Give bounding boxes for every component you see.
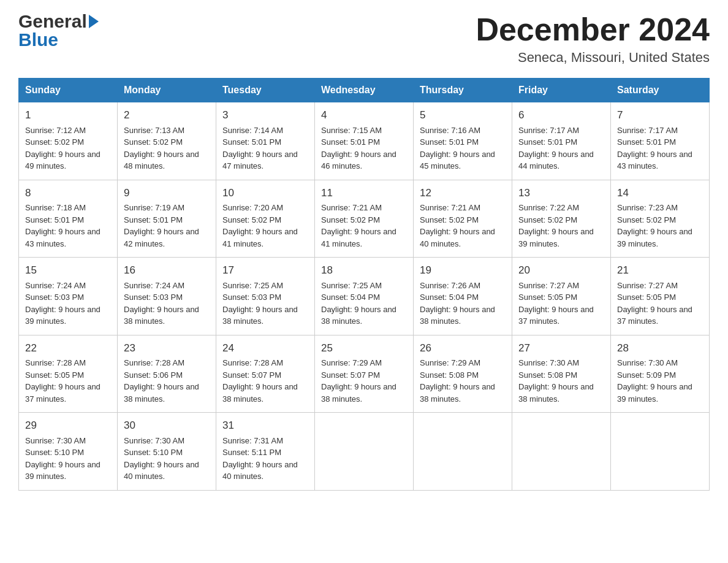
day-number: 1 xyxy=(25,107,111,123)
calendar-cell: 24Sunrise: 7:28 AMSunset: 5:07 PMDayligh… xyxy=(216,335,315,413)
daylight-label: Daylight: 9 hours and 40 minutes. xyxy=(420,227,495,248)
calendar-cell: 5Sunrise: 7:16 AMSunset: 5:01 PMDaylight… xyxy=(414,102,512,180)
sunrise-label: Sunrise: 7:24 AM xyxy=(124,281,184,290)
day-number: 28 xyxy=(617,340,703,356)
calendar-cell: 30Sunrise: 7:30 AMSunset: 5:10 PMDayligh… xyxy=(118,413,216,491)
calendar-cell: 21Sunrise: 7:27 AMSunset: 5:05 PMDayligh… xyxy=(611,258,710,335)
sunrise-label: Sunrise: 7:27 AM xyxy=(518,281,579,290)
sunrise-label: Sunrise: 7:19 AM xyxy=(124,203,184,212)
calendar-title: December 2024 xyxy=(476,12,710,47)
calendar-cell: 16Sunrise: 7:24 AMSunset: 5:03 PMDayligh… xyxy=(118,258,216,335)
calendar-cell: 9Sunrise: 7:19 AMSunset: 5:01 PMDaylight… xyxy=(118,180,216,258)
sunset-label: Sunset: 5:03 PM xyxy=(25,293,84,302)
sunrise-label: Sunrise: 7:15 AM xyxy=(321,126,382,135)
daylight-label: Daylight: 9 hours and 46 minutes. xyxy=(321,150,396,171)
daylight-label: Daylight: 9 hours and 49 minutes. xyxy=(25,150,100,171)
day-number: 21 xyxy=(617,262,703,278)
day-number: 7 xyxy=(617,107,703,123)
sunset-label: Sunset: 5:03 PM xyxy=(124,293,183,302)
calendar-cell: 15Sunrise: 7:24 AMSunset: 5:03 PMDayligh… xyxy=(19,258,118,335)
sunset-label: Sunset: 5:02 PM xyxy=(420,215,479,224)
sunrise-label: Sunrise: 7:17 AM xyxy=(518,126,579,135)
sunset-label: Sunset: 5:08 PM xyxy=(518,370,577,380)
title-block: December 2024 Seneca, Missouri, United S… xyxy=(476,12,710,66)
daylight-label: Daylight: 9 hours and 38 minutes. xyxy=(321,382,396,404)
sunrise-label: Sunrise: 7:24 AM xyxy=(25,281,86,290)
sunset-label: Sunset: 5:02 PM xyxy=(25,137,84,147)
day-number: 14 xyxy=(617,185,703,201)
sunset-label: Sunset: 5:01 PM xyxy=(617,137,676,147)
sunrise-label: Sunrise: 7:12 AM xyxy=(25,126,86,135)
sunrise-label: Sunrise: 7:30 AM xyxy=(518,358,579,367)
sunrise-label: Sunrise: 7:30 AM xyxy=(617,358,678,367)
day-number: 29 xyxy=(25,418,111,434)
calendar-cell: 28Sunrise: 7:30 AMSunset: 5:09 PMDayligh… xyxy=(611,335,710,413)
calendar-cell: 25Sunrise: 7:29 AMSunset: 5:07 PMDayligh… xyxy=(315,335,414,413)
calendar-row: 15Sunrise: 7:24 AMSunset: 5:03 PMDayligh… xyxy=(19,258,710,335)
daylight-label: Daylight: 9 hours and 39 minutes. xyxy=(25,460,100,481)
calendar-cell: 26Sunrise: 7:29 AMSunset: 5:08 PMDayligh… xyxy=(414,335,512,413)
day-number: 30 xyxy=(124,418,210,434)
day-number: 18 xyxy=(321,262,407,278)
day-number: 25 xyxy=(321,340,407,356)
day-number: 31 xyxy=(222,418,308,434)
calendar-cell: 4Sunrise: 7:15 AMSunset: 5:01 PMDaylight… xyxy=(315,102,414,180)
daylight-label: Daylight: 9 hours and 44 minutes. xyxy=(518,150,594,171)
calendar-table: Sunday Monday Tuesday Wednesday Thursday… xyxy=(18,78,710,491)
sunset-label: Sunset: 5:01 PM xyxy=(321,137,380,147)
daylight-label: Daylight: 9 hours and 38 minutes. xyxy=(124,382,199,404)
sunset-label: Sunset: 5:03 PM xyxy=(222,293,281,302)
daylight-label: Daylight: 9 hours and 39 minutes. xyxy=(617,382,692,404)
col-monday: Monday xyxy=(118,79,216,102)
day-number: 26 xyxy=(420,340,506,356)
logo-blue: Blue xyxy=(18,29,58,50)
day-number: 2 xyxy=(124,107,210,123)
day-number: 17 xyxy=(222,262,308,278)
calendar-cell: 20Sunrise: 7:27 AMSunset: 5:05 PMDayligh… xyxy=(512,258,611,335)
day-number: 15 xyxy=(25,262,111,278)
sunrise-label: Sunrise: 7:20 AM xyxy=(222,203,283,212)
sunset-label: Sunset: 5:04 PM xyxy=(420,293,479,302)
daylight-label: Daylight: 9 hours and 41 minutes. xyxy=(321,227,396,248)
calendar-cell: 2Sunrise: 7:13 AMSunset: 5:02 PMDaylight… xyxy=(118,102,216,180)
calendar-header-row: Sunday Monday Tuesday Wednesday Thursday… xyxy=(19,79,710,102)
calendar-row: 29Sunrise: 7:30 AMSunset: 5:10 PMDayligh… xyxy=(19,413,710,491)
daylight-label: Daylight: 9 hours and 41 minutes. xyxy=(222,227,298,248)
sunset-label: Sunset: 5:07 PM xyxy=(321,370,380,380)
sunset-label: Sunset: 5:08 PM xyxy=(420,370,479,380)
daylight-label: Daylight: 9 hours and 47 minutes. xyxy=(222,150,298,171)
daylight-label: Daylight: 9 hours and 38 minutes. xyxy=(321,305,396,326)
daylight-label: Daylight: 9 hours and 38 minutes. xyxy=(518,382,594,404)
col-tuesday: Tuesday xyxy=(216,79,315,102)
sunset-label: Sunset: 5:11 PM xyxy=(222,448,281,457)
daylight-label: Daylight: 9 hours and 38 minutes. xyxy=(124,305,199,326)
calendar-cell: 31Sunrise: 7:31 AMSunset: 5:11 PMDayligh… xyxy=(216,413,315,491)
day-number: 12 xyxy=(420,185,506,201)
calendar-row: 22Sunrise: 7:28 AMSunset: 5:05 PMDayligh… xyxy=(19,335,710,413)
logo-general: General xyxy=(18,12,99,31)
sunrise-label: Sunrise: 7:23 AM xyxy=(617,203,678,212)
sunset-label: Sunset: 5:01 PM xyxy=(518,137,577,147)
day-number: 6 xyxy=(518,107,604,123)
day-number: 24 xyxy=(222,340,308,356)
calendar-cell: 17Sunrise: 7:25 AMSunset: 5:03 PMDayligh… xyxy=(216,258,315,335)
daylight-label: Daylight: 9 hours and 38 minutes. xyxy=(420,382,495,404)
sunset-label: Sunset: 5:07 PM xyxy=(222,370,281,380)
calendar-cell: 11Sunrise: 7:21 AMSunset: 5:02 PMDayligh… xyxy=(315,180,414,258)
sunrise-label: Sunrise: 7:30 AM xyxy=(124,436,184,445)
sunset-label: Sunset: 5:02 PM xyxy=(617,215,676,224)
sunrise-label: Sunrise: 7:25 AM xyxy=(222,281,283,290)
calendar-cell: 12Sunrise: 7:21 AMSunset: 5:02 PMDayligh… xyxy=(414,180,512,258)
sunrise-label: Sunrise: 7:25 AM xyxy=(321,281,382,290)
day-number: 10 xyxy=(222,185,308,201)
daylight-label: Daylight: 9 hours and 37 minutes. xyxy=(25,382,100,404)
calendar-cell: 14Sunrise: 7:23 AMSunset: 5:02 PMDayligh… xyxy=(611,180,710,258)
calendar-cell: 1Sunrise: 7:12 AMSunset: 5:02 PMDaylight… xyxy=(19,102,118,180)
calendar-cell: 7Sunrise: 7:17 AMSunset: 5:01 PMDaylight… xyxy=(611,102,710,180)
daylight-label: Daylight: 9 hours and 40 minutes. xyxy=(222,460,298,481)
sunrise-label: Sunrise: 7:31 AM xyxy=(222,436,283,445)
sunset-label: Sunset: 5:01 PM xyxy=(420,137,479,147)
daylight-label: Daylight: 9 hours and 40 minutes. xyxy=(124,460,199,481)
calendar-cell: 6Sunrise: 7:17 AMSunset: 5:01 PMDaylight… xyxy=(512,102,611,180)
calendar-cell: 8Sunrise: 7:18 AMSunset: 5:01 PMDaylight… xyxy=(19,180,118,258)
